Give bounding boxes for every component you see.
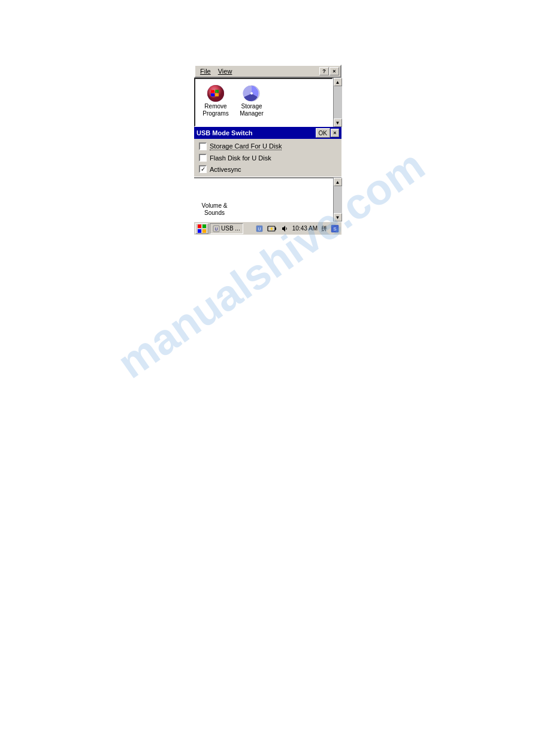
svg-marker-23 — [282, 226, 285, 232]
activesync-row[interactable]: Activesync — [199, 165, 337, 173]
storage-manager-icon — [242, 84, 261, 103]
bottom-scroll-down-button[interactable]: ▼ — [334, 213, 342, 221]
start-button[interactable] — [195, 223, 208, 234]
volume-sounds-label: Volume &Sounds — [202, 202, 228, 217]
scroll-track[interactable] — [334, 86, 342, 119]
tray-battery-icon[interactable] — [266, 223, 278, 234]
flash-disk-row[interactable]: Flash Disk for U Disk — [199, 154, 337, 162]
usb-taskbar-icon: U — [213, 225, 220, 232]
scroll-down-button[interactable]: ▼ — [334, 119, 342, 127]
svg-point-11 — [216, 192, 219, 195]
usb-dialog-title: USB Mode Switch — [197, 129, 253, 136]
svg-text:U: U — [258, 227, 261, 231]
flash-disk-label: Flash Disk for U Disk — [210, 154, 271, 162]
svg-rect-14 — [202, 224, 206, 228]
system-tray: U — [254, 223, 340, 234]
volume-sounds-item[interactable]: Volume &Sounds — [197, 181, 232, 219]
main-scrollbar: ▲ ▼ — [333, 78, 341, 127]
storage-card-row[interactable]: Storage Card For U Disk — [199, 142, 337, 150]
window-close-button[interactable]: × — [330, 67, 339, 75]
svg-rect-13 — [198, 224, 201, 228]
storage-manager-item[interactable]: StorageManager — [234, 81, 270, 123]
usb-ok-button[interactable]: OK — [316, 128, 330, 138]
volume-sounds-icon — [205, 183, 224, 202]
taskbar: U USB ... U — [194, 221, 341, 235]
tray-sync-icon: S — [331, 224, 339, 233]
svg-text:U: U — [214, 227, 217, 231]
scroll-up-button[interactable]: ▲ — [334, 78, 342, 86]
usb-dialog-titlebar: USB Mode Switch OK × — [194, 127, 341, 139]
tray-usb-icon[interactable]: U — [254, 223, 265, 234]
storage-card-label: Storage Card For U Disk — [210, 142, 282, 150]
svg-rect-16 — [202, 229, 206, 233]
menu-file[interactable]: File — [197, 67, 214, 75]
usb-close-button[interactable]: × — [331, 129, 339, 137]
flash-disk-checkbox[interactable] — [199, 154, 207, 162]
remove-programs-label: RemovePrograms — [202, 103, 228, 117]
svg-point-8 — [250, 92, 253, 95]
remove-programs-item[interactable]: RemovePrograms — [198, 81, 234, 123]
tray-usb-icon: U — [255, 224, 264, 233]
usb-app-label: USB ... — [221, 225, 240, 232]
main-window: File View ? × — [194, 65, 341, 235]
tray-ime-label: 拼 — [321, 224, 327, 233]
svg-rect-22 — [275, 227, 276, 230]
bottom-icon-content: Volume &Sounds — [194, 178, 333, 221]
storage-card-checkbox[interactable] — [199, 142, 207, 150]
tray-time: 10:43 AM — [291, 225, 319, 232]
usb-dialog-buttons: OK × — [316, 128, 339, 138]
start-icon — [198, 224, 206, 233]
storage-manager-label: StorageManager — [240, 103, 263, 117]
tray-volume-icon — [280, 224, 289, 233]
usb-checkbox-area: Storage Card For U Disk Flash Disk for U… — [194, 139, 341, 177]
tray-sync-icon[interactable]: S — [330, 223, 340, 234]
menu-view[interactable]: View — [214, 67, 236, 75]
remove-programs-icon — [206, 84, 225, 103]
icon-area-container: RemovePrograms — [194, 78, 341, 127]
tray-volume-icon[interactable] — [279, 223, 290, 234]
bottom-icon-area-container: Volume &Sounds ▲ ▼ — [194, 178, 341, 221]
tray-battery-icon — [267, 224, 277, 233]
bottom-scroll-track[interactable] — [334, 186, 342, 213]
help-button[interactable]: ? — [319, 67, 329, 75]
tray-ime-icon[interactable]: 拼 — [320, 223, 328, 234]
svg-text:S: S — [333, 226, 336, 232]
activesync-label: Activesync — [210, 166, 241, 173]
bottom-scrollbar: ▲ ▼ — [333, 178, 341, 221]
svg-point-12 — [210, 189, 216, 192]
usb-app-button[interactable]: U USB ... — [210, 223, 243, 234]
icon-content: RemovePrograms — [194, 78, 333, 127]
svg-rect-15 — [198, 229, 201, 233]
activesync-checkbox[interactable] — [199, 165, 207, 173]
svg-point-10 — [210, 195, 213, 197]
bottom-scroll-up-button[interactable]: ▲ — [334, 178, 342, 186]
svg-rect-4 — [211, 93, 214, 96]
